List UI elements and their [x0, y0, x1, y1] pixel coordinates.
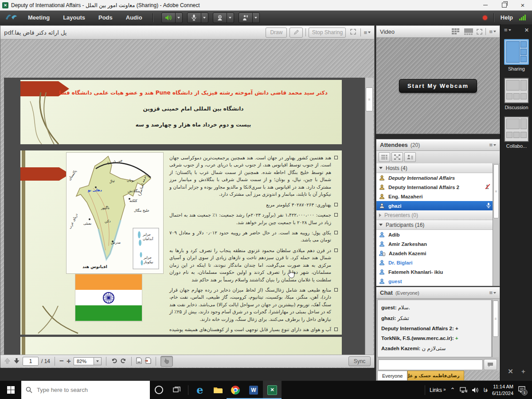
chat-scrollbar-thumb[interactable]: ≡	[493, 300, 498, 337]
speaker-button[interactable]	[161, 12, 183, 23]
layout-thumbnail-sharing[interactable]	[504, 39, 529, 65]
india-map: پاکستان چین (تبت) نپال بوتان بنگلادش برم…	[66, 152, 164, 274]
share-pod-menu-button[interactable]: ≡	[364, 29, 371, 36]
search-input[interactable]	[36, 386, 135, 394]
fit-width-button[interactable]	[145, 357, 151, 365]
attendee-row[interactable]: Amir Zarkeshan	[376, 239, 493, 249]
slide2-bullet: هند هفتمین کشور پهناور در جهان است. هند …	[169, 154, 331, 198]
redo-button[interactable]	[120, 358, 127, 365]
attendee-row[interactable]: Fatemeh Khanlari- ikiu	[376, 267, 493, 277]
send-chat-button[interactable]	[484, 359, 497, 370]
restore-button[interactable]	[495, 0, 513, 10]
attendee-row[interactable]: Deputy International Affairs 2	[376, 182, 493, 192]
attendee-row-selected[interactable]: ghazi	[376, 201, 493, 210]
file-explorer-taskbar-icon[interactable]	[209, 381, 227, 399]
layout-bar-menu-button[interactable]: ≡	[504, 27, 511, 33]
stop-sharing-button[interactable]: Stop Sharing	[309, 28, 346, 38]
pdf-scrollbar[interactable]: ≡	[365, 78, 373, 356]
cortana-button[interactable]	[150, 381, 168, 399]
layout-label-collaboration: Collabo...	[506, 143, 527, 149]
layout-bar-close-icon[interactable]: ✕	[524, 27, 529, 33]
chat-tab-everyone[interactable]: Everyone	[377, 371, 407, 380]
attendee-row[interactable]: guest	[376, 277, 493, 286]
edge-taskbar-icon[interactable]: e	[191, 381, 209, 399]
grid-view-icon[interactable]	[452, 28, 461, 35]
links-toolbar[interactable]: Links»	[430, 387, 446, 393]
raise-hand-button[interactable]	[239, 12, 260, 23]
chat-tab-private[interactable]: رضای‌فاطمه جسک و غل ...	[407, 371, 464, 380]
chat-message-area[interactable]: guest: سلام. ghazi: تشکر Deputy Internat…	[377, 300, 492, 357]
close-button[interactable]: ×	[513, 0, 532, 10]
zoom-out-button[interactable]: −	[59, 357, 64, 366]
fit-page-button[interactable]	[136, 357, 142, 365]
hidden-icons-chevron[interactable]: ⌃	[450, 387, 455, 393]
word-taskbar-icon[interactable]: W	[244, 381, 263, 399]
task-view-button[interactable]	[168, 381, 185, 399]
chrome-taskbar-icon[interactable]	[227, 381, 244, 399]
layout-thumbnail-collaboration[interactable]	[504, 116, 529, 142]
pdf-viewport[interactable]: دکتر سید محمد قاضی دانش آموخته رشته فیزی…	[4, 78, 373, 356]
webcam-button[interactable]	[213, 12, 234, 23]
video-pod-menu-button[interactable]: ≡	[489, 28, 496, 35]
attendee-row[interactable]: Dr. Biglari	[376, 258, 493, 267]
map-label-bhutan: بوتان	[127, 178, 134, 182]
notification-center-button[interactable]: 1	[518, 386, 526, 394]
pointer-tool-button[interactable]	[289, 28, 303, 38]
share-pod: pdf.یل ارائه دکتر قاض یفا Draw Stop Shar…	[0, 25, 375, 367]
attendee-row[interactable]: Azadeh Kazemi	[376, 249, 493, 258]
page-down-button[interactable]	[13, 358, 20, 365]
page-number-input[interactable]: 1	[23, 357, 39, 366]
attendees-scrollbar-thumb[interactable]: ≡	[493, 164, 499, 218]
video-fullscreen-icon[interactable]	[477, 29, 482, 35]
menu-layouts[interactable]: Layouts	[56, 11, 92, 24]
minimize-button[interactable]	[476, 0, 495, 10]
filmstrip-view-icon[interactable]	[464, 28, 473, 35]
webcam-dropdown[interactable]	[227, 13, 234, 23]
breakout-view-button[interactable]	[391, 152, 403, 162]
chat-input[interactable]	[378, 359, 483, 370]
language-indicator[interactable]: فا	[483, 387, 487, 393]
layout-thumbnail-discussion[interactable]	[504, 78, 529, 103]
hosts-section-header[interactable]: Hosts (4)	[376, 163, 493, 173]
hand-tool-button[interactable]	[160, 356, 173, 367]
attendee-row[interactable]: Eng. Mazaheri	[376, 192, 493, 201]
attendee-list-view-button[interactable]	[379, 152, 390, 162]
undo-button[interactable]	[111, 358, 117, 365]
menu-help[interactable]: Help	[501, 14, 513, 21]
menu-meeting[interactable]: Meeting	[21, 11, 56, 24]
attendee-status-view-button[interactable]	[404, 152, 416, 162]
attendee-row[interactable]: Deputy International Affairs	[376, 173, 493, 182]
attendee-row[interactable]: Adib	[376, 230, 493, 239]
chat-scrollbar[interactable]: ≡	[492, 300, 499, 357]
microphone-dropdown[interactable]	[201, 13, 208, 23]
network-icon[interactable]	[459, 387, 467, 393]
remove-layout-icon[interactable]: ✕	[508, 367, 513, 375]
attendees-scrollbar[interactable]: ≡	[493, 163, 499, 286]
raise-hand-dropdown[interactable]	[252, 13, 259, 23]
menu-audio[interactable]: Audio	[119, 11, 149, 24]
menu-pods[interactable]: Pods	[92, 11, 119, 24]
speaker-dropdown[interactable]	[175, 13, 182, 23]
sync-button[interactable]: Sync	[348, 356, 371, 366]
map-label-madras: مدرس	[111, 241, 121, 245]
zoom-level-select[interactable]: 82%	[74, 357, 102, 365]
start-webcam-button[interactable]: Start My Webcam	[399, 79, 477, 93]
chat-pod-menu-button[interactable]: ≡	[489, 289, 496, 296]
microphone-button[interactable]	[187, 12, 208, 23]
volume-icon[interactable]	[472, 387, 479, 393]
add-layout-icon[interactable]: +	[521, 367, 525, 375]
draw-button[interactable]: Draw	[266, 28, 287, 38]
fullscreen-button[interactable]	[348, 29, 358, 36]
presenters-section-header[interactable]: Presenters (0)	[376, 210, 493, 220]
zoom-in-button[interactable]: +	[66, 357, 71, 366]
start-button[interactable]	[0, 381, 21, 399]
participants-section-header[interactable]: Participants (16)	[376, 220, 493, 230]
adobe-connect-taskbar-icon[interactable]: ✕	[263, 381, 282, 399]
taskbar-search[interactable]	[21, 381, 150, 399]
taskbar-clock[interactable]: 11:14 AM 6/11/2024	[492, 383, 513, 397]
pdf-scrollbar-thumb[interactable]: ≡	[366, 87, 373, 111]
slide1-line3: بیست و دوم خرداد ماه هزار و چهارصد و سه	[56, 122, 331, 128]
page-up-button[interactable]	[4, 358, 11, 365]
attendees-pod-menu-button[interactable]: ≡	[489, 142, 496, 148]
zoom-dropdown-icon[interactable]	[94, 357, 102, 365]
